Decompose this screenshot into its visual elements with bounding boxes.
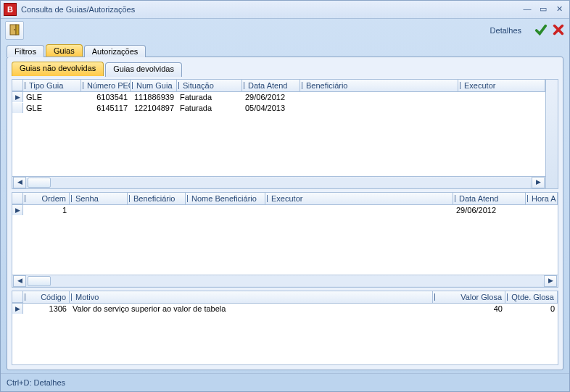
tab-filtros[interactable]: Filtros: [7, 45, 44, 57]
table-row[interactable]: GLE 6145117 122104897 Faturada 05/04/201…: [12, 103, 545, 114]
table-row[interactable]: ▶ GLE 6103541 111886939 Faturada 29/06/2…: [12, 92, 545, 103]
col-data-atend[interactable]: Data Atend: [453, 193, 526, 204]
app-icon: B: [4, 3, 17, 16]
minimize-button[interactable]: —: [520, 4, 534, 14]
col-numero-peg[interactable]: Número PEG: [81, 80, 131, 91]
cell: GLE: [23, 103, 81, 113]
cell: [300, 103, 458, 113]
check-icon: [534, 29, 548, 38]
cell: Valor do serviço superior ao valor de ta…: [70, 304, 433, 314]
col-data-atend[interactable]: Data Atend: [242, 80, 300, 91]
maximize-button[interactable]: ▭: [536, 4, 550, 14]
confirm-button[interactable]: [534, 23, 548, 38]
cell: 122104897: [131, 103, 177, 113]
cell: GLE: [23, 92, 81, 102]
tab-guias-nao-devolvidas[interactable]: Guias não devolvidas: [12, 62, 104, 76]
col-executor[interactable]: Executor: [458, 80, 545, 91]
cell: [186, 205, 265, 215]
cell: [265, 205, 453, 215]
tab-guias-devolvidas[interactable]: Guias devolvidas: [105, 62, 182, 77]
row-indicator-header: [12, 193, 23, 204]
grid-ordem-body[interactable]: ▶ 1 29/06/2012: [12, 205, 558, 275]
col-beneficiario[interactable]: Beneficiário: [300, 80, 458, 91]
col-num-guia[interactable]: Num Guia: [131, 80, 177, 91]
cancel-button[interactable]: [552, 23, 565, 38]
titlebar: B Consulta de Guias/Autorizações — ▭ ✕: [1, 1, 569, 19]
cell: 0: [505, 304, 558, 314]
grid-guias-vscroll[interactable]: [545, 80, 558, 188]
col-senha[interactable]: Senha: [70, 193, 128, 204]
cell: 29/06/2012: [453, 205, 526, 215]
close-button[interactable]: ✕: [552, 4, 566, 14]
grid-glosa-header: Código Motivo Valor Glosa Qtde. Glosa: [12, 291, 558, 304]
row-indicator-header: [12, 80, 23, 91]
cell: [128, 205, 186, 215]
cell: [300, 92, 458, 102]
content-panel: Guias não devolvidas Guias devolvidas Ti…: [7, 57, 563, 370]
details-link[interactable]: Detalhes: [490, 26, 521, 35]
toolbar: Detalhes: [1, 19, 569, 42]
grid-ordem: Ordem Senha Beneficiário Nome Beneficiár…: [12, 192, 558, 288]
tab-autorizacoes[interactable]: Autorizações: [84, 45, 146, 57]
col-nome-beneficiario[interactable]: Nome Beneficiário: [186, 193, 265, 204]
grid-guias-hscroll[interactable]: ◀ ▶: [12, 176, 545, 188]
scroll-thumb[interactable]: [28, 276, 51, 286]
cell: 111886939: [131, 92, 177, 102]
col-situacao[interactable]: Situação: [177, 80, 242, 91]
grid-ordem-header: Ordem Senha Beneficiário Nome Beneficiár…: [12, 193, 558, 205]
grid-guias: Tipo Guia Número PEG Num Guia Situação D…: [12, 79, 558, 189]
grid-guias-header: Tipo Guia Número PEG Num Guia Situação D…: [12, 80, 545, 92]
grid-glosa-body[interactable]: ▶ 1306 Valor do serviço superior ao valo…: [12, 304, 558, 364]
svg-point-2: [14, 29, 15, 30]
scroll-track[interactable]: [28, 178, 530, 188]
scroll-right-icon[interactable]: ▶: [544, 275, 557, 287]
cell: 1306: [23, 304, 70, 314]
tab-guias[interactable]: Guias: [46, 44, 83, 57]
scroll-track[interactable]: [28, 276, 542, 286]
svg-rect-1: [16, 25, 19, 35]
sub-tabstrip: Guias não devolvidas Guias devolvidas: [12, 62, 558, 76]
cell: 40: [433, 304, 505, 314]
cell: 29/06/2012: [242, 92, 300, 102]
status-hint: Ctrl+D: Detalhes: [7, 378, 65, 387]
cell: [70, 205, 128, 215]
exit-button[interactable]: [5, 21, 24, 40]
table-row[interactable]: ▶ 1306 Valor do serviço superior ao valo…: [12, 304, 558, 314]
cell: Faturada: [177, 92, 242, 102]
cell: Faturada: [177, 103, 242, 113]
col-executor[interactable]: Executor: [265, 193, 453, 204]
grid-ordem-hscroll[interactable]: ◀ ▶: [12, 275, 558, 287]
cell: 6103541: [81, 92, 131, 102]
col-motivo[interactable]: Motivo: [70, 291, 433, 303]
grid-glosa: Código Motivo Valor Glosa Qtde. Glosa ▶ …: [12, 291, 558, 365]
col-valor-glosa[interactable]: Valor Glosa: [433, 291, 505, 303]
x-icon: [552, 29, 565, 38]
cell: 05/04/2013: [242, 103, 300, 113]
table-row[interactable]: ▶ 1 29/06/2012: [12, 205, 558, 216]
grid-guias-body[interactable]: ▶ GLE 6103541 111886939 Faturada 29/06/2…: [12, 92, 545, 176]
col-hora-a[interactable]: Hora A: [526, 193, 558, 204]
row-indicator-header: [12, 291, 23, 303]
row-indicator-icon: [12, 103, 23, 113]
cell: [458, 92, 545, 102]
row-indicator-icon: ▶: [12, 205, 23, 215]
scroll-thumb[interactable]: [28, 178, 51, 188]
main-tabstrip: Filtros Guias Autorizações: [1, 42, 569, 57]
row-indicator-icon: ▶: [12, 304, 23, 314]
statusbar: Ctrl+D: Detalhes: [1, 373, 569, 391]
col-ordem[interactable]: Ordem: [23, 193, 70, 204]
col-tipo-guia[interactable]: Tipo Guia: [23, 80, 81, 91]
scroll-left-icon[interactable]: ◀: [13, 275, 26, 287]
window: B Consulta de Guias/Autorizações — ▭ ✕ D…: [0, 0, 570, 392]
col-qtde-glosa[interactable]: Qtde. Glosa: [505, 291, 558, 303]
row-indicator-icon: ▶: [12, 92, 23, 102]
window-title: Consulta de Guias/Autorizações: [21, 5, 519, 14]
door-icon: [9, 24, 20, 37]
cell: [458, 103, 545, 113]
scroll-right-icon[interactable]: ▶: [532, 177, 545, 188]
cell: 1: [23, 205, 70, 215]
col-codigo[interactable]: Código: [23, 291, 70, 303]
col-beneficiario[interactable]: Beneficiário: [128, 193, 186, 204]
cell: 6145117: [81, 103, 131, 113]
scroll-left-icon[interactable]: ◀: [13, 177, 26, 188]
